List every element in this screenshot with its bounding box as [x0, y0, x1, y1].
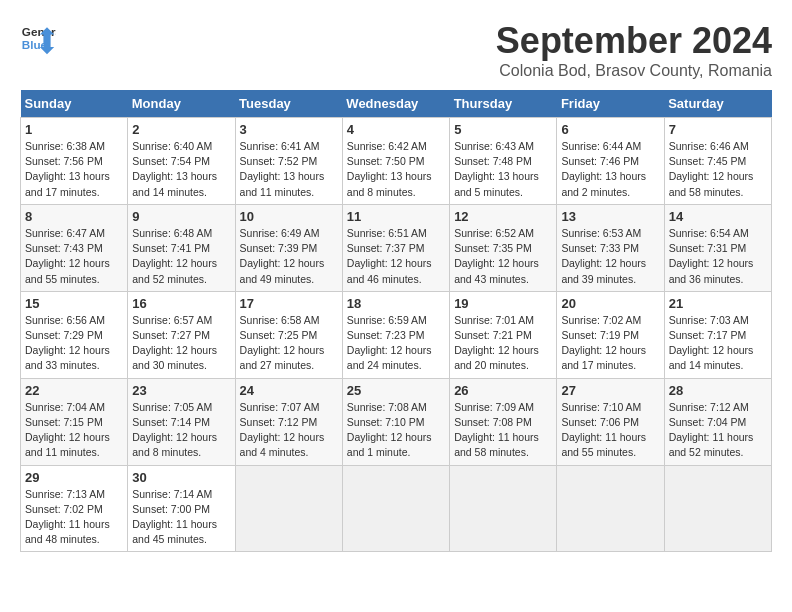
- calendar-cell: 30Sunrise: 7:14 AMSunset: 7:00 PMDayligh…: [128, 465, 235, 552]
- day-info: Sunrise: 6:41 AMSunset: 7:52 PMDaylight:…: [240, 139, 338, 200]
- calendar-cell: 29Sunrise: 7:13 AMSunset: 7:02 PMDayligh…: [21, 465, 128, 552]
- calendar-cell: 6Sunrise: 6:44 AMSunset: 7:46 PMDaylight…: [557, 118, 664, 205]
- day-number: 30: [132, 470, 230, 485]
- day-number: 2: [132, 122, 230, 137]
- calendar-cell: 19Sunrise: 7:01 AMSunset: 7:21 PMDayligh…: [450, 291, 557, 378]
- title-section: September 2024 Colonia Bod, Brasov Count…: [496, 20, 772, 80]
- day-number: 12: [454, 209, 552, 224]
- day-info: Sunrise: 7:04 AMSunset: 7:15 PMDaylight:…: [25, 400, 123, 461]
- day-number: 7: [669, 122, 767, 137]
- day-info: Sunrise: 6:56 AMSunset: 7:29 PMDaylight:…: [25, 313, 123, 374]
- day-number: 18: [347, 296, 445, 311]
- day-info: Sunrise: 6:52 AMSunset: 7:35 PMDaylight:…: [454, 226, 552, 287]
- day-number: 24: [240, 383, 338, 398]
- calendar-table: SundayMondayTuesdayWednesdayThursdayFrid…: [20, 90, 772, 552]
- day-info: Sunrise: 7:09 AMSunset: 7:08 PMDaylight:…: [454, 400, 552, 461]
- day-number: 17: [240, 296, 338, 311]
- day-number: 28: [669, 383, 767, 398]
- day-number: 20: [561, 296, 659, 311]
- day-number: 14: [669, 209, 767, 224]
- day-info: Sunrise: 7:14 AMSunset: 7:00 PMDaylight:…: [132, 487, 230, 548]
- calendar-cell: 26Sunrise: 7:09 AMSunset: 7:08 PMDayligh…: [450, 378, 557, 465]
- day-header-saturday: Saturday: [664, 90, 771, 118]
- calendar-cell: [450, 465, 557, 552]
- calendar-cell: 13Sunrise: 6:53 AMSunset: 7:33 PMDayligh…: [557, 204, 664, 291]
- calendar-cell: 11Sunrise: 6:51 AMSunset: 7:37 PMDayligh…: [342, 204, 449, 291]
- calendar-cell: 14Sunrise: 6:54 AMSunset: 7:31 PMDayligh…: [664, 204, 771, 291]
- calendar-cell: [235, 465, 342, 552]
- calendar-cell: [664, 465, 771, 552]
- calendar-week-4: 22Sunrise: 7:04 AMSunset: 7:15 PMDayligh…: [21, 378, 772, 465]
- day-info: Sunrise: 6:57 AMSunset: 7:27 PMDaylight:…: [132, 313, 230, 374]
- day-number: 11: [347, 209, 445, 224]
- day-header-tuesday: Tuesday: [235, 90, 342, 118]
- day-info: Sunrise: 6:53 AMSunset: 7:33 PMDaylight:…: [561, 226, 659, 287]
- calendar-cell: 2Sunrise: 6:40 AMSunset: 7:54 PMDaylight…: [128, 118, 235, 205]
- day-header-sunday: Sunday: [21, 90, 128, 118]
- calendar-cell: 1Sunrise: 6:38 AMSunset: 7:56 PMDaylight…: [21, 118, 128, 205]
- day-info: Sunrise: 6:49 AMSunset: 7:39 PMDaylight:…: [240, 226, 338, 287]
- logo-icon: General Blue: [20, 20, 56, 56]
- day-header-wednesday: Wednesday: [342, 90, 449, 118]
- day-header-thursday: Thursday: [450, 90, 557, 118]
- calendar-cell: 25Sunrise: 7:08 AMSunset: 7:10 PMDayligh…: [342, 378, 449, 465]
- calendar-cell: 17Sunrise: 6:58 AMSunset: 7:25 PMDayligh…: [235, 291, 342, 378]
- day-info: Sunrise: 7:07 AMSunset: 7:12 PMDaylight:…: [240, 400, 338, 461]
- day-number: 27: [561, 383, 659, 398]
- calendar-cell: 27Sunrise: 7:10 AMSunset: 7:06 PMDayligh…: [557, 378, 664, 465]
- calendar-cell: 21Sunrise: 7:03 AMSunset: 7:17 PMDayligh…: [664, 291, 771, 378]
- calendar-week-3: 15Sunrise: 6:56 AMSunset: 7:29 PMDayligh…: [21, 291, 772, 378]
- day-number: 16: [132, 296, 230, 311]
- day-number: 8: [25, 209, 123, 224]
- day-number: 4: [347, 122, 445, 137]
- day-number: 23: [132, 383, 230, 398]
- calendar-cell: 5Sunrise: 6:43 AMSunset: 7:48 PMDaylight…: [450, 118, 557, 205]
- day-info: Sunrise: 6:46 AMSunset: 7:45 PMDaylight:…: [669, 139, 767, 200]
- day-number: 26: [454, 383, 552, 398]
- day-number: 5: [454, 122, 552, 137]
- day-number: 15: [25, 296, 123, 311]
- day-info: Sunrise: 6:44 AMSunset: 7:46 PMDaylight:…: [561, 139, 659, 200]
- calendar-cell: 23Sunrise: 7:05 AMSunset: 7:14 PMDayligh…: [128, 378, 235, 465]
- day-info: Sunrise: 7:10 AMSunset: 7:06 PMDaylight:…: [561, 400, 659, 461]
- calendar-cell: [342, 465, 449, 552]
- day-number: 1: [25, 122, 123, 137]
- day-info: Sunrise: 6:40 AMSunset: 7:54 PMDaylight:…: [132, 139, 230, 200]
- day-info: Sunrise: 7:12 AMSunset: 7:04 PMDaylight:…: [669, 400, 767, 461]
- day-number: 22: [25, 383, 123, 398]
- day-number: 21: [669, 296, 767, 311]
- day-header-monday: Monday: [128, 90, 235, 118]
- calendar-cell: 4Sunrise: 6:42 AMSunset: 7:50 PMDaylight…: [342, 118, 449, 205]
- day-number: 3: [240, 122, 338, 137]
- day-info: Sunrise: 6:58 AMSunset: 7:25 PMDaylight:…: [240, 313, 338, 374]
- month-title: September 2024: [496, 20, 772, 62]
- day-info: Sunrise: 6:54 AMSunset: 7:31 PMDaylight:…: [669, 226, 767, 287]
- day-info: Sunrise: 7:08 AMSunset: 7:10 PMDaylight:…: [347, 400, 445, 461]
- calendar-cell: 20Sunrise: 7:02 AMSunset: 7:19 PMDayligh…: [557, 291, 664, 378]
- day-number: 29: [25, 470, 123, 485]
- calendar-week-1: 1Sunrise: 6:38 AMSunset: 7:56 PMDaylight…: [21, 118, 772, 205]
- day-number: 19: [454, 296, 552, 311]
- day-info: Sunrise: 7:05 AMSunset: 7:14 PMDaylight:…: [132, 400, 230, 461]
- calendar-cell: [557, 465, 664, 552]
- day-info: Sunrise: 6:42 AMSunset: 7:50 PMDaylight:…: [347, 139, 445, 200]
- day-info: Sunrise: 7:01 AMSunset: 7:21 PMDaylight:…: [454, 313, 552, 374]
- calendar-cell: 22Sunrise: 7:04 AMSunset: 7:15 PMDayligh…: [21, 378, 128, 465]
- day-info: Sunrise: 6:43 AMSunset: 7:48 PMDaylight:…: [454, 139, 552, 200]
- day-info: Sunrise: 6:48 AMSunset: 7:41 PMDaylight:…: [132, 226, 230, 287]
- calendar-cell: 24Sunrise: 7:07 AMSunset: 7:12 PMDayligh…: [235, 378, 342, 465]
- day-info: Sunrise: 6:38 AMSunset: 7:56 PMDaylight:…: [25, 139, 123, 200]
- calendar-cell: 12Sunrise: 6:52 AMSunset: 7:35 PMDayligh…: [450, 204, 557, 291]
- day-number: 13: [561, 209, 659, 224]
- calendar-cell: 7Sunrise: 6:46 AMSunset: 7:45 PMDaylight…: [664, 118, 771, 205]
- calendar-cell: 18Sunrise: 6:59 AMSunset: 7:23 PMDayligh…: [342, 291, 449, 378]
- calendar-cell: 15Sunrise: 6:56 AMSunset: 7:29 PMDayligh…: [21, 291, 128, 378]
- page-header: General Blue September 2024 Colonia Bod,…: [20, 20, 772, 80]
- day-number: 25: [347, 383, 445, 398]
- day-info: Sunrise: 6:47 AMSunset: 7:43 PMDaylight:…: [25, 226, 123, 287]
- calendar-cell: 16Sunrise: 6:57 AMSunset: 7:27 PMDayligh…: [128, 291, 235, 378]
- calendar-cell: 28Sunrise: 7:12 AMSunset: 7:04 PMDayligh…: [664, 378, 771, 465]
- calendar-cell: 9Sunrise: 6:48 AMSunset: 7:41 PMDaylight…: [128, 204, 235, 291]
- day-header-friday: Friday: [557, 90, 664, 118]
- calendar-week-2: 8Sunrise: 6:47 AMSunset: 7:43 PMDaylight…: [21, 204, 772, 291]
